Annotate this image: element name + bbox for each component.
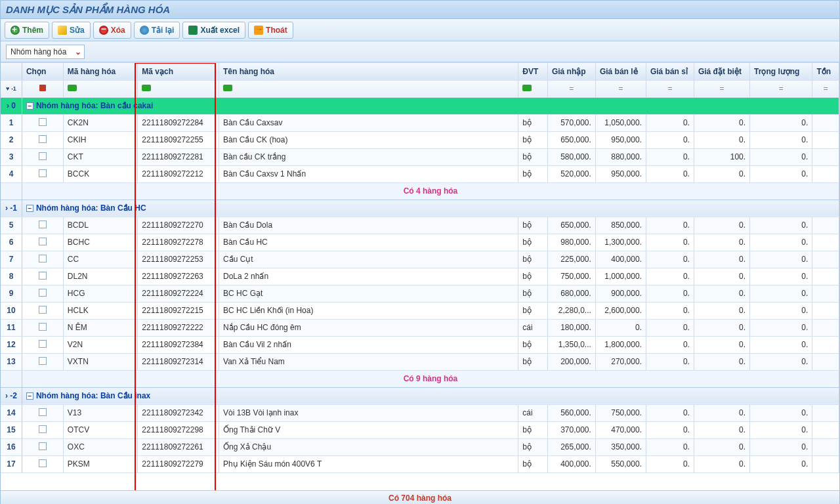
cell-trong-luong: 0. bbox=[750, 353, 812, 370]
cell-gia-nhap: 750,000. bbox=[547, 268, 595, 285]
cell-gia-ban-si: 0. bbox=[646, 421, 694, 438]
table-row[interactable]: 12 V2N 22111809272384 Bàn Cầu Vil 2 nhấn… bbox=[1, 336, 839, 353]
col-gia-ban-le[interactable]: Giá bán lẻ bbox=[595, 63, 646, 80]
cell-gia-nhap: 560,000. bbox=[547, 404, 595, 421]
group-header[interactable]: › 0−Nhóm hàng hóa: Bàn cầu cakai bbox=[1, 97, 839, 114]
cell-ma-vach: 22111809272270 bbox=[138, 217, 219, 234]
table-row[interactable]: 6 BCHC 22111809272278 Bàn Cầu HC bộ 980,… bbox=[1, 234, 839, 251]
cell-ma-vach: 22111809272342 bbox=[138, 404, 219, 421]
cell-gia-dat-biet: 100. bbox=[694, 148, 749, 165]
cell-ten-hang: Cầu Cụt bbox=[219, 251, 518, 268]
collapse-icon[interactable]: − bbox=[26, 205, 33, 212]
filter-ma-hang[interactable] bbox=[63, 80, 138, 97]
col-ton[interactable]: Tồn bbox=[812, 63, 839, 80]
table-row[interactable]: 8 DL2N 22111809272263 DoLa 2 nhấn bộ 750… bbox=[1, 268, 839, 285]
filter-gia-dat-biet[interactable]: = bbox=[694, 80, 749, 97]
cell-gia-ban-le: 880,000. bbox=[595, 148, 646, 165]
group-header[interactable]: › -2−Nhóm hàng hóa: Bàn Cầu inax bbox=[1, 387, 839, 404]
table-row[interactable]: 11 N ÊM 22111809272222 Nắp Cầu HC đóng ê… bbox=[1, 319, 839, 336]
col-idx[interactable] bbox=[1, 63, 22, 80]
filter-ma-vach[interactable] bbox=[138, 80, 219, 97]
cell-gia-nhap: 570,000. bbox=[547, 114, 595, 131]
cell-ma-vach: 22111809272284 bbox=[138, 114, 219, 131]
cell-ten-hang: BC HC Gạt bbox=[219, 285, 518, 302]
table-row[interactable]: 9 HCG 22111809272224 BC HC Gạt bộ 680,00… bbox=[1, 285, 839, 302]
row-checkbox[interactable] bbox=[39, 169, 47, 177]
delete-button[interactable]: Xóa bbox=[93, 22, 131, 39]
row-checkbox[interactable] bbox=[39, 306, 47, 314]
cell-trong-luong: 0. bbox=[750, 438, 812, 455]
col-gia-nhap[interactable]: Giá nhập bbox=[547, 63, 595, 80]
table-row[interactable]: 14 V13 22111809272342 Vòi 13B Vòi lạnh i… bbox=[1, 404, 839, 421]
cell-ton bbox=[812, 404, 839, 421]
col-ma-vach[interactable]: Mã vạch bbox=[138, 63, 219, 80]
cell-trong-luong: 0. bbox=[750, 319, 812, 336]
cell-ma-vach: 22111809272215 bbox=[138, 302, 219, 319]
table-row[interactable]: 4 BCCK 22111809272212 Bàn Cầu Caxsv 1 Nh… bbox=[1, 165, 839, 182]
col-ten-hang[interactable]: Tên hàng hóa bbox=[219, 63, 518, 80]
cell-gia-ban-le: 950,000. bbox=[595, 165, 646, 182]
filter-gia-ban-le[interactable]: = bbox=[595, 80, 646, 97]
col-trong-luong[interactable]: Trọng lượng bbox=[750, 63, 812, 80]
table-row[interactable]: 5 BCDL 22111809272270 Bàn Cầu Dola bộ 65… bbox=[1, 217, 839, 234]
cell-gia-ban-si: 0. bbox=[646, 165, 694, 182]
filter-trong-luong[interactable]: = bbox=[750, 80, 812, 97]
export-excel-button[interactable]: Xuất excel bbox=[182, 22, 245, 39]
row-checkbox[interactable] bbox=[39, 408, 47, 416]
collapse-icon[interactable]: − bbox=[26, 102, 33, 110]
filter-dvt[interactable] bbox=[518, 80, 548, 97]
row-checkbox[interactable] bbox=[39, 459, 47, 467]
table-row[interactable]: 7 CC 22111809272253 Cầu Cụt bộ 225,000. … bbox=[1, 251, 839, 268]
table-row[interactable]: 16 OXC 22111809272261 Ống Xả Chậu bộ 265… bbox=[1, 438, 839, 455]
table-row[interactable]: 17 PKSM 22111809272279 Phụ Kiện Sáu món … bbox=[1, 455, 839, 472]
cell-trong-luong: 0. bbox=[750, 455, 812, 472]
filter-ten-hang[interactable] bbox=[219, 80, 518, 97]
row-checkbox[interactable] bbox=[39, 272, 47, 280]
row-checkbox[interactable] bbox=[39, 323, 47, 331]
cell-ma-hang: HCLK bbox=[63, 302, 138, 319]
cell-ten-hang: Ống Xả Chậu bbox=[219, 438, 518, 455]
col-chon[interactable]: Chọn bbox=[22, 63, 63, 80]
row-checkbox[interactable] bbox=[39, 152, 47, 160]
toolbar: Thêm Sửa Xóa Tải lại Xuất excel Thoát bbox=[1, 19, 839, 41]
reload-button[interactable]: Tải lại bbox=[134, 22, 180, 39]
col-gia-ban-si[interactable]: Giá bán sỉ bbox=[646, 63, 694, 80]
table-row[interactable]: 3 CKT 22111809272281 Bàn cầu CK trắng bộ… bbox=[1, 148, 839, 165]
filter-gia-ban-si[interactable]: = bbox=[646, 80, 694, 97]
filter-idx[interactable]: ♥ -1 bbox=[1, 80, 22, 97]
row-checkbox[interactable] bbox=[39, 220, 47, 228]
cell-dvt: bộ bbox=[518, 438, 548, 455]
row-checkbox[interactable] bbox=[39, 289, 47, 297]
row-checkbox[interactable] bbox=[39, 340, 47, 348]
row-checkbox[interactable] bbox=[39, 255, 47, 262]
table-row[interactable]: 1 CK2N 22111809272284 Bàn Cầu Caxsav bộ … bbox=[1, 114, 839, 131]
filter-ton[interactable]: = bbox=[812, 80, 839, 97]
cell-gia-dat-biet: 0. bbox=[694, 421, 749, 438]
row-checkbox[interactable] bbox=[39, 357, 47, 365]
plus-icon bbox=[10, 26, 20, 35]
cell-ten-hang: Nắp Cầu HC đóng êm bbox=[219, 319, 518, 336]
row-checkbox[interactable] bbox=[39, 135, 47, 143]
row-checkbox[interactable] bbox=[39, 425, 47, 433]
table-row[interactable]: 10 HCLK 22111809272215 BC HC Liền Khối (… bbox=[1, 302, 839, 319]
table-row[interactable]: 2 CKIH 22111809272255 Bàn Cầu CK (hoa) b… bbox=[1, 131, 839, 148]
row-checkbox[interactable] bbox=[39, 118, 47, 126]
collapse-icon[interactable]: − bbox=[26, 392, 33, 400]
edit-button[interactable]: Sửa bbox=[52, 22, 91, 39]
filter-chon[interactable] bbox=[22, 80, 63, 97]
row-checkbox[interactable] bbox=[39, 442, 47, 450]
cell-trong-luong: 0. bbox=[750, 268, 812, 285]
col-ma-hang[interactable]: Mã hàng hóa bbox=[63, 63, 138, 80]
col-gia-dat-biet[interactable]: Giá đặt biệt bbox=[694, 63, 749, 80]
cell-ma-hang: BCDL bbox=[63, 217, 138, 234]
cell-ton bbox=[812, 336, 839, 353]
group-header[interactable]: › -1−Nhóm hàng hóa: Bàn Cầu HC bbox=[1, 200, 839, 217]
table-row[interactable]: 13 VXTN 22111809272314 Van Xả Tiểu Nam b… bbox=[1, 353, 839, 370]
table-row[interactable]: 15 OTCV 22111809272298 Ống Thải Chữ V bộ… bbox=[1, 421, 839, 438]
group-dropdown[interactable]: Nhóm hàng hóa bbox=[6, 45, 85, 59]
exit-button[interactable]: Thoát bbox=[248, 22, 293, 39]
row-checkbox[interactable] bbox=[39, 238, 47, 245]
filter-gia-nhap[interactable]: = bbox=[547, 80, 595, 97]
add-button[interactable]: Thêm bbox=[5, 22, 49, 39]
col-dvt[interactable]: ĐVT bbox=[518, 63, 548, 80]
